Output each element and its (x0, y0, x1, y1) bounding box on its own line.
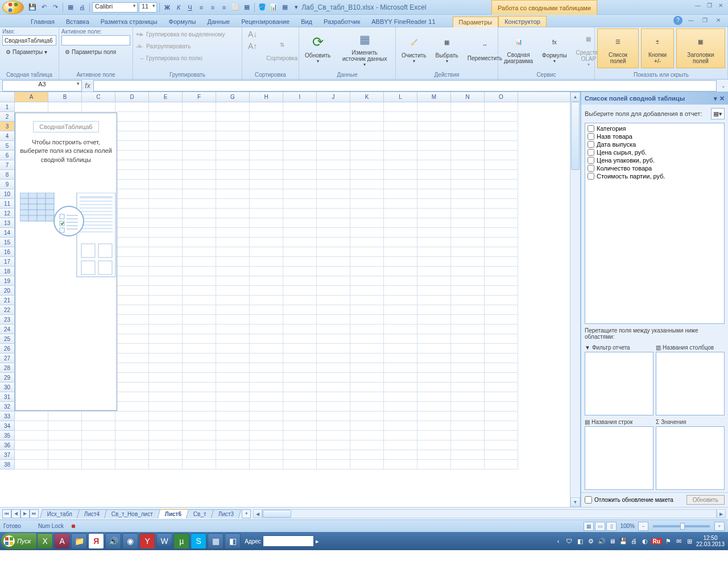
cell[interactable] (250, 151, 283, 160)
pivot-icon[interactable]: ▦ (280, 2, 290, 13)
cell[interactable] (485, 180, 518, 189)
zoom-thumb[interactable] (680, 523, 685, 530)
cell[interactable] (417, 199, 451, 209)
cell[interactable] (183, 170, 216, 180)
cell[interactable] (250, 344, 283, 354)
cell[interactable] (317, 180, 350, 189)
doc-close-icon[interactable]: ✕ (713, 16, 723, 24)
cell[interactable] (183, 131, 216, 141)
row-header[interactable]: 32 (0, 402, 15, 411)
row-header[interactable]: 21 (0, 296, 15, 305)
cell[interactable] (417, 421, 451, 431)
undo-icon[interactable]: ↶ (39, 2, 49, 13)
cell[interactable] (451, 160, 485, 170)
cell[interactable] (250, 305, 283, 315)
cell[interactable] (485, 334, 518, 344)
taskbar-word-icon[interactable]: W (156, 533, 172, 549)
cell[interactable] (283, 228, 317, 238)
cell[interactable] (149, 267, 183, 276)
cell[interactable] (250, 218, 283, 228)
cell[interactable] (183, 421, 216, 431)
cell[interactable] (115, 373, 149, 383)
field-headers-button[interactable]: ▦Заголовки полей (676, 28, 725, 68)
cell[interactable] (283, 180, 317, 189)
cell[interactable] (451, 247, 485, 257)
cell[interactable] (48, 450, 82, 460)
cell[interactable] (183, 238, 216, 247)
cell[interactable] (451, 180, 485, 189)
save-icon[interactable]: 💾 (27, 2, 38, 13)
column-header[interactable]: H (250, 92, 283, 102)
cell[interactable] (216, 209, 250, 218)
cell[interactable] (48, 431, 82, 440)
cell[interactable] (451, 286, 485, 296)
group-selection-button[interactable]: → Группировка по выделенному (135, 28, 228, 40)
field-settings-button[interactable]: ⚙ Параметры поля (61, 46, 130, 57)
doc-minimize-icon[interactable]: — (686, 16, 696, 24)
cell[interactable] (283, 334, 317, 344)
refresh-button[interactable]: ⟳Обновить▾ (301, 28, 334, 68)
field-item[interactable]: Количество товара (586, 164, 723, 172)
cell[interactable] (485, 296, 518, 305)
cell[interactable] (317, 411, 350, 421)
cell[interactable] (216, 460, 250, 469)
cell[interactable] (384, 392, 417, 402)
cell[interactable] (216, 296, 250, 305)
cell[interactable] (48, 411, 82, 421)
scroll-left-icon[interactable]: ◀ (253, 509, 262, 518)
cell[interactable] (149, 209, 183, 218)
change-data-source-button[interactable]: ▦Изменить источник данных▾ (336, 28, 393, 68)
close-icon[interactable]: ✕ (715, 1, 726, 9)
cell[interactable] (350, 421, 384, 431)
pivot-name-input[interactable] (2, 35, 56, 45)
taskbar-chrome-icon[interactable]: ◉ (122, 533, 138, 549)
cell[interactable] (317, 160, 350, 170)
cell[interactable] (451, 411, 485, 421)
cell[interactable] (485, 141, 518, 151)
cell[interactable] (115, 112, 149, 122)
cell[interactable] (384, 160, 417, 170)
cell[interactable] (115, 305, 149, 315)
row-header[interactable]: 28 (0, 363, 15, 373)
cell[interactable] (317, 421, 350, 431)
cell[interactable] (451, 141, 485, 151)
cell[interactable] (350, 296, 384, 305)
cell[interactable] (250, 189, 283, 199)
field-item[interactable]: Назв товара (586, 132, 723, 140)
cell[interactable] (283, 431, 317, 440)
cell[interactable] (183, 344, 216, 354)
cell[interactable] (417, 450, 451, 460)
cell[interactable] (350, 460, 384, 469)
cell[interactable] (250, 296, 283, 305)
bold-icon[interactable]: Ж (162, 2, 172, 13)
column-header[interactable]: G (216, 92, 250, 102)
row-header[interactable]: 36 (0, 440, 15, 450)
cell[interactable] (149, 257, 183, 267)
cell[interactable] (350, 363, 384, 373)
cell[interactable] (115, 170, 149, 180)
column-header[interactable]: J (317, 92, 350, 102)
formula-bar[interactable] (93, 80, 717, 92)
cell[interactable] (149, 160, 183, 170)
cell[interactable] (183, 189, 216, 199)
sheet-tab[interactable]: Исх_табл (40, 509, 80, 518)
cell[interactable] (384, 218, 417, 228)
tab-developer[interactable]: Разработчик (318, 16, 366, 27)
cell[interactable] (350, 334, 384, 344)
cell[interactable] (317, 402, 350, 411)
cell[interactable] (451, 102, 485, 112)
zone-columns-box[interactable] (656, 352, 725, 415)
cell[interactable] (485, 373, 518, 383)
cell[interactable] (115, 131, 149, 141)
cell[interactable] (350, 267, 384, 276)
cell[interactable] (183, 228, 216, 238)
cell[interactable] (317, 383, 350, 392)
cell[interactable] (250, 257, 283, 267)
cell[interactable] (149, 286, 183, 296)
cell[interactable] (283, 247, 317, 257)
cell[interactable] (317, 276, 350, 286)
taskbar-folder-icon[interactable]: 📁 (71, 533, 87, 549)
cell[interactable] (417, 131, 451, 141)
row-header[interactable]: 31 (0, 392, 15, 402)
cell[interactable] (317, 199, 350, 209)
